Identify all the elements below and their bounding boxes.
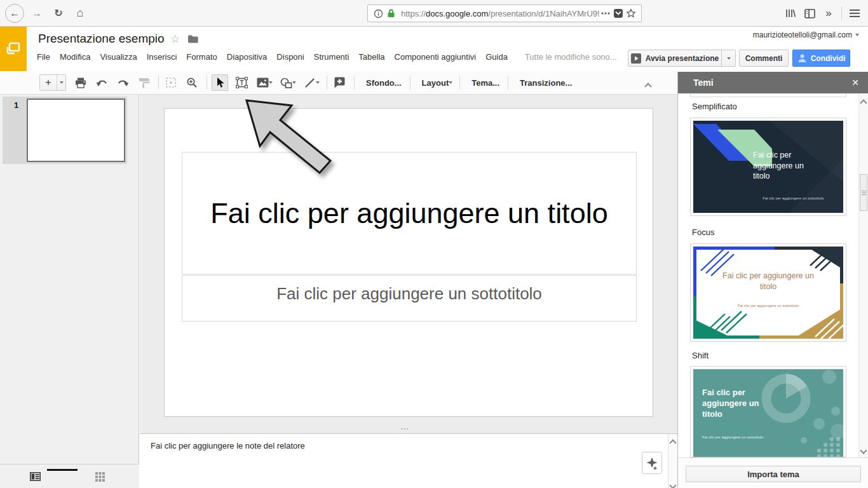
star-document-icon[interactable]: ☆ <box>170 32 180 46</box>
hamburger-menu-icon[interactable] <box>845 4 864 23</box>
title-placeholder-box[interactable]: Fai clic per aggiungere un titolo <box>182 152 637 274</box>
autosave-status: Tutte le modifiche sono... <box>525 52 617 62</box>
textbox-tool-icon[interactable]: T <box>234 75 249 90</box>
share-label: Condividi <box>811 54 846 63</box>
layout-button[interactable]: Layout <box>415 78 452 88</box>
theme-subtitle-text: Fai clic per aggiungere un sottotitolo <box>693 304 843 308</box>
speaker-notes-placeholder: Fai clic per aggiungere le note del rela… <box>151 441 305 451</box>
present-label: Avvia presentazione <box>646 54 719 63</box>
menu-modifica[interactable]: Modifica <box>60 52 90 62</box>
toolbar-divider <box>158 76 159 90</box>
new-slide-button[interactable]: + <box>39 74 66 91</box>
page-actions-icon[interactable] <box>599 7 612 20</box>
new-slide-caret[interactable] <box>57 75 65 90</box>
menu-disponi[interactable]: Disponi <box>276 52 304 62</box>
site-info-icon[interactable] <box>372 7 384 20</box>
menu-inserisci[interactable]: Inserisci <box>147 52 177 62</box>
menu-diapositiva[interactable]: Diapositiva <box>227 52 268 62</box>
background-button[interactable]: Sfondo... <box>359 78 409 88</box>
toolbar-divider <box>410 76 410 90</box>
notes-scrollbar[interactable] <box>668 433 677 488</box>
url-domain: docs.google.com <box>426 9 488 18</box>
subtitle-placeholder-box[interactable]: Fai clic per aggiungere un sottotitolo <box>182 275 637 322</box>
present-caret-icon <box>727 57 731 60</box>
present-dropdown-button[interactable] <box>721 50 736 67</box>
slide-thumbnail[interactable] <box>27 98 125 162</box>
insert-comment-icon[interactable] <box>332 75 347 90</box>
close-panel-icon[interactable]: ✕ <box>851 78 859 88</box>
shape-tool-icon[interactable] <box>278 75 294 90</box>
slides-logo-icon[interactable] <box>0 27 27 71</box>
present-button[interactable]: Avvia presentazione <box>628 50 722 67</box>
account-menu[interactable]: maurizioteotelloli@gmail.com <box>753 30 859 39</box>
themes-scroll-thumb[interactable] <box>860 174 867 211</box>
current-slide[interactable]: Fai clic per aggiungere un titolo Fai cl… <box>164 108 653 417</box>
collapse-toolbar-icon[interactable] <box>646 80 651 92</box>
zoom-fit-icon[interactable] <box>163 75 179 90</box>
theme-card-partial[interactable] <box>690 93 846 97</box>
themes-scroll-up-icon[interactable] <box>861 97 866 108</box>
notes-scroll-up-icon[interactable] <box>670 437 675 448</box>
line-caret[interactable] <box>316 81 320 84</box>
browser-forward-icon[interactable]: → <box>28 4 46 22</box>
share-button[interactable]: Condividi <box>792 50 850 67</box>
layout-caret[interactable] <box>449 81 452 84</box>
toolbar: + T <box>0 71 677 95</box>
grid-view-button[interactable] <box>92 470 107 483</box>
bookmark-star-icon[interactable] <box>625 7 637 20</box>
menu-formato[interactable]: Formato <box>186 52 217 62</box>
speaker-notes[interactable]: Fai clic per aggiungere le note del rela… <box>140 433 668 488</box>
menu-visualizza[interactable]: Visualizza <box>100 52 137 62</box>
https-lock-icon[interactable] <box>384 7 397 20</box>
menu-strumenti[interactable]: Strumenti <box>314 52 349 62</box>
shape-caret[interactable] <box>292 81 296 84</box>
themes-list: Semplificato Fai clic per aggiungere un … <box>678 93 859 458</box>
theme-card-focus[interactable]: Fai clic per aggiungere un titolo Fai cl… <box>690 243 846 342</box>
themes-scroll-down-icon[interactable] <box>861 444 866 456</box>
undo-icon[interactable] <box>94 75 109 90</box>
select-tool-button[interactable] <box>212 74 228 91</box>
menu-guida[interactable]: Guida <box>485 52 508 62</box>
overflow-chevrons-icon[interactable]: » <box>819 4 838 23</box>
import-theme-button[interactable]: Importa tema <box>686 466 861 482</box>
library-icon[interactable] <box>781 4 800 23</box>
browser-reload-icon[interactable]: ↻ <box>50 4 67 22</box>
explore-sparkle-icon <box>646 457 658 470</box>
transition-button[interactable]: Transizione... <box>513 78 579 88</box>
theme-button[interactable]: Tema... <box>465 78 506 88</box>
browser-back-icon[interactable]: ← <box>5 4 24 23</box>
comments-button[interactable]: Commenti <box>739 50 789 67</box>
sidebars-icon[interactable] <box>800 4 819 23</box>
pocket-icon[interactable] <box>612 7 625 20</box>
menu-file[interactable]: File <box>37 52 50 62</box>
notes-resize-handle[interactable]: ⋯ <box>400 423 410 433</box>
theme-label-shift: Shift <box>692 351 709 360</box>
browser-home-icon[interactable]: ⌂ <box>71 4 89 22</box>
redo-icon[interactable] <box>115 75 130 90</box>
filmstrip-view-button[interactable] <box>27 470 43 483</box>
url-bar[interactable]: https://docs.google.com/presentation/d/1… <box>367 4 642 22</box>
slide-row-selected[interactable]: 1 <box>3 97 127 164</box>
menu-tabella[interactable]: Tabella <box>358 52 384 62</box>
line-tool-icon[interactable] <box>302 75 317 90</box>
themes-scrollbar[interactable] <box>858 93 868 458</box>
document-title[interactable]: Presentazione esempio <box>38 32 165 46</box>
theme-card-semplificato[interactable]: Fai clic per aggiungere un titolo Fai cl… <box>690 118 846 216</box>
themes-panel-title: Temi <box>693 78 714 88</box>
move-to-folder-icon[interactable] <box>187 35 198 43</box>
print-icon[interactable] <box>73 75 88 90</box>
image-tool-icon[interactable] <box>255 75 270 90</box>
zoom-icon[interactable] <box>184 75 200 90</box>
subtitle-placeholder-text: Fai clic per aggiungere un sottotitolo <box>182 284 636 304</box>
menu-componenti-aggiuntivi[interactable]: Componenti aggiuntivi <box>395 52 477 62</box>
theme-title-text: Fai clic per aggiungere un titolo <box>702 387 771 419</box>
image-caret[interactable] <box>269 81 273 84</box>
theme-preview-focus: Fai clic per aggiungere un titolo Fai cl… <box>693 247 843 339</box>
theme-label-focus: Focus <box>692 227 714 237</box>
explore-button[interactable] <box>642 452 662 474</box>
paint-format-icon[interactable] <box>136 75 151 90</box>
screen: ← → ↻ ⌂ https://docs.google.com/presenta… <box>0 0 868 488</box>
theme-title-text: Fai clic per aggiungere un titolo <box>753 150 818 182</box>
notes-scroll-down-icon[interactable] <box>670 479 675 488</box>
theme-card-shift[interactable]: Fai clic per aggiungere un titolo Fai cl… <box>690 366 846 458</box>
